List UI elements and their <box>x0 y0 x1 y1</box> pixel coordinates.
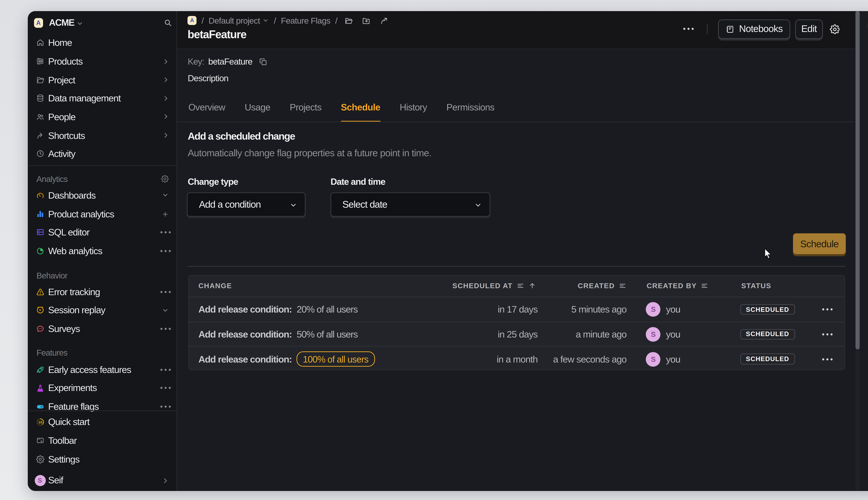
svg-text:10: 10 <box>38 420 42 424</box>
